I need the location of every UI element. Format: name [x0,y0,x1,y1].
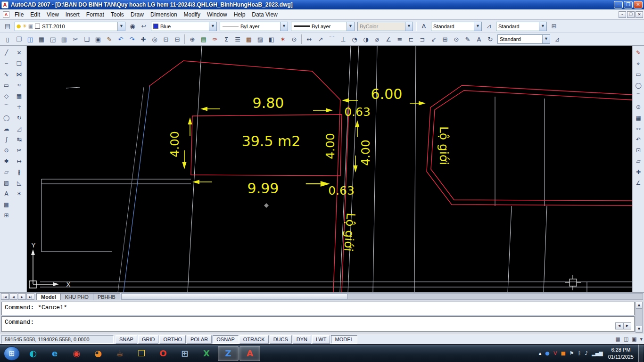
layer-previous-icon[interactable]: ↩ [138,21,149,32]
pan-icon[interactable]: ✚ [138,34,149,44]
dim-continue-icon[interactable]: ⊐ [417,34,428,44]
draw-arc-icon[interactable]: ⌒ [1,102,12,112]
dim-style-toolbar-arrow-icon[interactable]: ▼ [542,35,550,43]
sheet-set-manager-icon[interactable]: ▤ [198,34,209,44]
taskbar-excel-icon[interactable]: X [196,346,217,361]
snap-toggle[interactable]: SNAP [116,335,137,344]
child-minimize-button[interactable]: – [619,11,626,18]
command-scroll-down-icon[interactable]: ▼ [636,326,643,333]
dim-diameter-icon[interactable]: ⌀ [372,34,383,44]
table-icon[interactable]: ⊞ [1,210,12,221]
taskbar-coffee-app-icon[interactable]: ☕ [109,346,130,361]
right-tool-undo-icon[interactable]: ↶ [633,134,644,145]
tray-bluetooth-icon[interactable]: ᛒ [578,350,581,356]
coordinates-readout[interactable]: 591545.5058, 1194026.5558, 0.0000 [1,335,114,344]
dim-baseline-icon[interactable]: ⊏ [405,34,417,44]
drawing-area[interactable]: 9.80 6.00 0.63 4.00 39.5 m2 4.00 4.00 9.… [27,46,632,292]
command-history[interactable]: Command: *Cancel* [1,302,635,315]
region-icon[interactable]: ▩ [1,199,12,210]
dim-ordinate-icon[interactable]: ⊥ [338,34,349,44]
model-toggle[interactable]: MODEL [331,335,357,344]
tab-khu-pho[interactable]: KHU PHO [60,293,93,300]
orbit-icon[interactable]: ⊙ [289,34,300,44]
close-button[interactable]: ✕ [634,1,643,8]
taskbar-chrome-icon[interactable]: ◉ [66,346,87,361]
layer-combo[interactable]: ●✳▣ STT-2010 ▼ [15,22,125,31]
dim-angular-icon[interactable]: ∠ [383,34,394,44]
menu-format[interactable]: Format [83,10,107,19]
linetype-combo[interactable]: ByLayer ▼ [220,22,288,31]
tab-scroll-prev-button[interactable]: ◀ [9,293,17,300]
table-style-icon[interactable]: ⊞ [548,21,560,32]
color-combo[interactable]: Blue ▼ [151,22,217,31]
tab-scroll-last-button[interactable]: ▶| [26,293,34,300]
command-scroll-track[interactable] [636,309,643,326]
draw-ellipse-icon[interactable]: ⊜ [1,145,12,156]
horizontal-scrollbar-thumb[interactable] [121,294,347,299]
right-tool-grid-icon[interactable]: ▦ [633,113,644,123]
draw-line-icon[interactable]: ╱ [1,48,12,58]
taskbar-ie-icon[interactable]: e [44,346,65,361]
modify-trim-icon[interactable]: ✂ [14,145,25,156]
cut-icon[interactable]: ✂ [70,34,81,44]
menu-help[interactable]: Help [231,10,249,19]
taskbar-zalo-icon[interactable]: Z [218,346,239,361]
layer-combo-arrow-icon[interactable]: ▼ [117,22,125,31]
restore-button[interactable]: ❐ [624,1,633,8]
start-button[interactable]: ⊞ [4,346,20,361]
tray-zalo-icon[interactable]: ● [545,350,549,356]
modify-array-icon[interactable]: ▦ [14,91,25,101]
quickcalc-icon[interactable]: Σ [221,34,232,44]
color-combo-arrow-icon[interactable]: ▼ [209,22,216,31]
menu-edit[interactable]: Edit [27,10,43,19]
dim-edit-icon[interactable]: ✎ [462,34,473,44]
draw-rectangle-icon[interactable]: ▭ [1,80,12,90]
taskbar-explorer-icon[interactable]: ❒ [131,346,152,361]
quick-dim-icon[interactable]: ≡ [394,34,405,44]
horizontal-scrollbar[interactable] [121,293,643,300]
lwt-toggle[interactable]: LWT [312,335,330,344]
hyperlink-icon[interactable]: ⊕ [187,34,198,44]
zoom-realtime-icon[interactable]: ◎ [149,34,160,44]
right-tool-dim-icon[interactable]: ↔ [633,123,644,134]
dim-update-icon[interactable]: ↻ [485,34,496,44]
modify-mirror-icon[interactable]: ⋈ [14,69,25,80]
taskbar-calculator-icon[interactable]: ⊞ [174,346,195,361]
right-tool-angle-icon[interactable]: ∠ [633,178,644,188]
qnew-icon[interactable]: ▯ [2,34,13,44]
status-menu-arrow-icon[interactable]: ▾ [640,336,643,342]
dim-arc-length-icon[interactable]: ⌒ [326,34,338,44]
text-style-combo[interactable]: Standard ▼ [431,22,482,31]
layer-properties-manager-icon[interactable]: ▤ [2,21,13,32]
undo-icon[interactable]: ↶ [115,34,126,44]
command-scroll-up-icon[interactable]: ▲ [636,302,643,309]
modify-offset-icon[interactable]: ≈ [14,80,25,90]
modify-chamfer-icon[interactable]: ◺ [14,178,25,188]
drawing-canvas[interactable]: 9.80 6.00 0.63 4.00 39.5 m2 4.00 4.00 9.… [27,46,632,292]
child-close-button[interactable]: ✕ [636,11,643,18]
draw-xline-icon[interactable]: ┄ [1,58,12,69]
dyn-toggle[interactable]: DYN [293,335,311,344]
modify-move-icon[interactable]: + [14,102,25,112]
match-properties-icon[interactable]: ✎ [104,34,115,44]
status-lock-icon[interactable]: ▣ [632,336,636,342]
publish-icon[interactable]: ▥ [58,34,70,44]
right-tool-rect-icon[interactable]: ▭ [633,69,644,80]
dim-text-edit-icon[interactable]: A [473,34,485,44]
dim-aligned-icon[interactable]: ↗ [315,34,326,44]
status-plot-icon[interactable]: ▦ [615,336,620,342]
quick-leader-icon[interactable]: ↙ [428,34,439,44]
grid-toggle[interactable]: GRID [138,335,159,344]
plot-icon[interactable]: ▦ [36,34,47,44]
tab-model[interactable]: Model [36,293,61,300]
command-input[interactable]: Command: ◀ ▶ [1,316,635,332]
command-scroll-left-icon[interactable]: ◀ [615,322,623,329]
right-tool-target-icon[interactable]: ⌖ [633,58,644,69]
menu-file[interactable]: File [11,10,27,19]
text-icon[interactable]: A [1,189,12,199]
modify-rotate-icon[interactable]: ↻ [14,113,25,123]
menu-tools[interactable]: Tools [107,10,127,19]
menu-data-view[interactable]: Data View [248,10,281,19]
zoom-window-icon[interactable]: ⊡ [160,34,172,44]
open-icon[interactable]: ❐ [13,34,25,44]
